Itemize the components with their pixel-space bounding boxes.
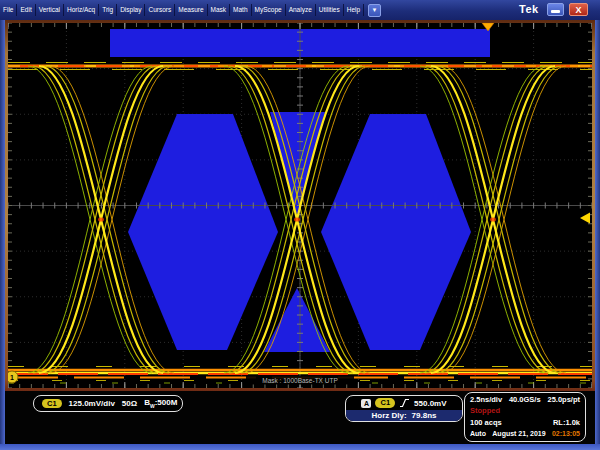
menu-trig[interactable]: Trig: [99, 4, 117, 16]
status-bar: C1 125.0mV/div 50Ω BW:500M A C1 550.0mV …: [5, 391, 595, 444]
trigger-row: A C1 550.0mV: [346, 396, 462, 410]
acquisition-readout[interactable]: 2.5ns/div 40.0GS/s 25.0ps/pt Stopped 100…: [464, 392, 586, 442]
resolution: 25.0ps/pt: [547, 396, 580, 405]
acq-time-row: Auto August 21, 2019 02:13:05: [470, 430, 580, 438]
trigger-level: 550.0mV: [414, 399, 446, 408]
date: August 21, 2019: [492, 430, 545, 438]
menu-bar: FileEditVerticalHoriz/AcqTrigDisplayCurs…: [0, 0, 600, 20]
timebase: 2.5ns/div: [470, 396, 502, 405]
horizontal-delay-row: Horz Dly: 79.8ns: [346, 410, 462, 421]
graticule: 1Mask : 1000Base-TX UTP: [8, 23, 592, 388]
menu-file[interactable]: File: [0, 4, 17, 16]
menu-mask[interactable]: Mask: [208, 4, 231, 16]
clock: 02:13:05: [552, 430, 580, 438]
acq-count-row: 100 acqs RL:1.0k: [470, 419, 580, 428]
tek-logo: Tek: [519, 3, 539, 15]
menu-vertical[interactable]: Vertical: [36, 4, 64, 16]
menu-horizacq[interactable]: Horiz/Acq: [64, 4, 99, 16]
bandwidth: BW:500M: [144, 398, 177, 409]
window-frame-bottom: [0, 444, 600, 450]
trigger-mode: Auto: [470, 430, 486, 438]
termination: 50Ω: [122, 399, 137, 408]
menu-edit[interactable]: Edit: [17, 4, 35, 16]
vertical-scale: 125.0mV/div: [69, 399, 115, 408]
rising-edge-slope-icon: [399, 398, 410, 408]
oscilloscope-window: FileEditVerticalHoriz/AcqTrigDisplayCurs…: [0, 0, 600, 450]
mask-name-label: Mask : 1000Base-TX UTP: [262, 377, 338, 384]
menu-help[interactable]: Help: [344, 4, 364, 16]
sample-rate: 40.0GS/s: [509, 396, 541, 405]
menu-overflow-button[interactable]: ▼: [368, 4, 381, 17]
channel1-readout[interactable]: C1 125.0mV/div 50Ω BW:500M: [33, 395, 183, 412]
timebase-row: 2.5ns/div 40.0GS/s 25.0ps/pt: [470, 396, 580, 405]
menu-measure[interactable]: Measure: [175, 4, 207, 16]
close-button[interactable]: X: [569, 3, 588, 16]
minimize-icon: [551, 10, 560, 13]
menu-utilities[interactable]: Utilities: [316, 4, 344, 16]
display-area: 1Mask : 1000Base-TX UTP: [5, 20, 595, 391]
record-length: RL:1.0k: [553, 419, 580, 428]
trigger-a-badge: A: [361, 399, 371, 408]
trigger-level-arrow[interactable]: [580, 213, 590, 224]
channel-1-number: 1: [10, 374, 14, 381]
menu-analyze[interactable]: Analyze: [286, 4, 316, 16]
menu-display[interactable]: Display: [117, 4, 145, 16]
channel-1-marker[interactable]: 1: [8, 371, 18, 383]
menu-myscope[interactable]: MyScope: [252, 4, 286, 16]
trigger-readout[interactable]: A C1 550.0mV Horz Dly: 79.8ns: [345, 395, 463, 422]
menu-cursors[interactable]: Cursors: [145, 4, 175, 16]
minimize-button[interactable]: [547, 3, 564, 16]
menu-math[interactable]: Math: [230, 4, 251, 16]
channel1-badge: C1: [42, 399, 62, 409]
mask-region-left-eye-hexagon: [128, 114, 278, 350]
acq-count: 100 acqs: [470, 419, 502, 428]
horz-delay-value: 79.8ns: [412, 411, 437, 420]
menu-items: FileEditVerticalHoriz/AcqTrigDisplayCurs…: [0, 4, 364, 16]
trigger-source-badge: C1: [375, 398, 395, 408]
mask-region-right-eye-hexagon: [321, 114, 471, 350]
window-frame-right: [595, 0, 600, 450]
horz-delay-label: Horz Dly:: [371, 411, 406, 420]
acq-status: Stopped: [470, 407, 500, 416]
acq-status-row: Stopped: [470, 407, 580, 416]
